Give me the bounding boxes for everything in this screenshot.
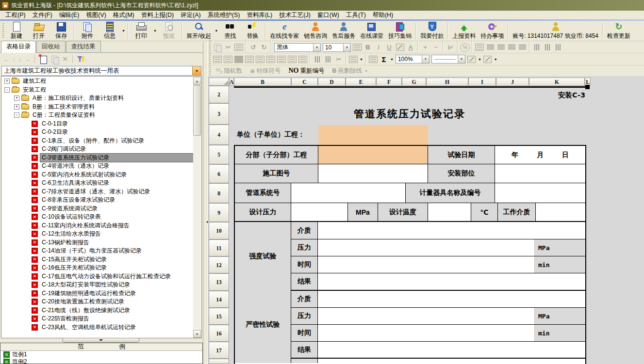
- bold-button[interactable]: B: [363, 43, 373, 52]
- drawing-no-input-cell[interactable]: [318, 164, 428, 183]
- online-expert-button[interactable]: e在线找专家: [267, 21, 301, 41]
- tree-item-doc[interactable]: ✕C-10设备试运转记录表: [2, 213, 194, 222]
- row-header[interactable]: 17: [209, 342, 229, 359]
- nav-right-icon[interactable]: →: [24, 56, 31, 63]
- sum-button[interactable]: Σ: [379, 55, 389, 64]
- expand-toggle-icon[interactable]: +: [14, 104, 19, 110]
- save-button[interactable]: 保存: [50, 21, 72, 41]
- line-style-select[interactable]: ▼: [431, 55, 465, 63]
- tree-item-doc[interactable]: ✕C-12生活给水水质报告: [2, 230, 194, 238]
- menu-file[interactable]: 文件(F): [29, 11, 56, 20]
- sum-arrow-icon[interactable]: ▼: [390, 58, 394, 61]
- tightness-pressure-unit-cell[interactable]: MPa: [534, 308, 585, 324]
- pay-button[interactable]: Y我要付款: [418, 21, 446, 41]
- tree-item-doc[interactable]: ✕C-22防雷检测报告: [2, 315, 194, 323]
- menu-view[interactable]: 视图(V): [83, 11, 110, 20]
- online-class-button[interactable]: 在线课堂: [358, 21, 386, 41]
- template-selector[interactable]: 上海市建筑工程竣工验收技术资料统一用表 ▼: [1, 66, 201, 76]
- combo-arrow-icon[interactable]: ▼: [458, 55, 465, 63]
- decrease-size-button[interactable]: −: [431, 43, 441, 52]
- cell-format-icon[interactable]: [368, 55, 378, 64]
- todo-button[interactable]: 待办事项: [478, 21, 506, 41]
- border-diagonal2-icon[interactable]: [483, 55, 493, 64]
- align-center-icon[interactable]: [496, 43, 506, 52]
- font-color-button[interactable]: A: [406, 43, 415, 52]
- menu-report[interactable]: 资料上报(D): [138, 11, 177, 20]
- zoom-select[interactable]: 100%▼: [396, 55, 429, 63]
- strength-result-label-cell[interactable]: 结果: [291, 273, 318, 290]
- tree-item-doc[interactable]: ✕C-21电缆（线）敷设绝缘测试记录: [2, 306, 194, 315]
- column-header-b[interactable]: B: [234, 78, 291, 86]
- unit-project-label[interactable]: 单位（子单位）工程：: [237, 125, 324, 144]
- fraction-button[interactable]: ⅛: [460, 43, 470, 52]
- row-header[interactable]: 13: [209, 273, 229, 291]
- scrollbar-thumb[interactable]: [193, 85, 201, 136]
- sales-consult-button[interactable]: 销售咨询: [301, 21, 330, 41]
- border-arrow2-icon[interactable]: ▼: [494, 58, 497, 61]
- tree-item-doc[interactable]: ✕C-23风机、空调机组单机试运转记录: [2, 323, 194, 332]
- tree-scrollbar[interactable]: ▲ ▼: [193, 77, 201, 338]
- tree-item-doc[interactable]: ✕C-18大型花灯安装牢固性试验记录: [2, 281, 194, 289]
- subsection-label-cell[interactable]: 分部（子分部）工程: [235, 146, 318, 164]
- spreadsheet[interactable]: A B C D E F G H I J K L 2 3 4 5 6 8 9 10…: [208, 77, 644, 364]
- nav-up-icon[interactable]: ↑: [12, 56, 16, 63]
- after-sales-button[interactable]: 售后服务: [330, 21, 358, 41]
- print-dropdown-arrow-icon[interactable]: ▼: [153, 29, 157, 32]
- tightness-group-cell[interactable]: 严密性试验: [235, 291, 291, 359]
- vertical-splitter[interactable]: [203, 42, 208, 364]
- menu-window[interactable]: 窗口(W): [314, 11, 343, 20]
- design-pressure-label-cell[interactable]: 设计压力: [235, 203, 291, 221]
- example-item[interactable]: ✕范例2: [0, 358, 202, 364]
- tightness-medium-input-cell[interactable]: [318, 291, 585, 307]
- tree-item-doc[interactable]: ✕C-5室内消火栓系统试射试验记录: [2, 171, 194, 179]
- design-temp-input-cell[interactable]: [428, 203, 471, 221]
- column-header-e[interactable]: E: [346, 78, 376, 86]
- row-header[interactable]: 11: [209, 239, 229, 256]
- upload-data-button[interactable]: 上报资料: [450, 21, 478, 41]
- tree-item-doc[interactable]: ✕C-4管道冲洗（通水）记录: [2, 162, 194, 171]
- scroll-down-button[interactable]: ▼: [193, 330, 201, 338]
- row-header[interactable]: 10: [209, 222, 229, 239]
- column-header-k[interactable]: K: [529, 78, 585, 86]
- select-table-arrow-icon[interactable]: ▼: [360, 58, 363, 61]
- strength-pressure-input-cell[interactable]: [318, 239, 534, 256]
- tree-item-folder[interactable]: +A册：施工组织设计、质量计划资料: [2, 94, 194, 103]
- font-size-select[interactable]: 10▼: [323, 43, 351, 52]
- tree-item-folder[interactable]: +建筑工程: [2, 77, 194, 86]
- form-code-cell[interactable]: 安装C-3: [524, 87, 585, 103]
- menu-assess[interactable]: 评定(A): [177, 11, 204, 20]
- strength-medium-label-cell[interactable]: 介质: [291, 222, 318, 239]
- instrument-input-cell[interactable]: [495, 183, 585, 203]
- row-header[interactable]: 16: [209, 325, 229, 342]
- row-spacing-increase-icon[interactable]: [313, 55, 322, 64]
- renumber-button[interactable]: NO重新编号: [288, 67, 324, 75]
- nav-down-icon[interactable]: ↓: [18, 56, 22, 63]
- align-distribute-icon[interactable]: [517, 43, 527, 52]
- tab-search-results[interactable]: 查找结果: [66, 41, 101, 52]
- strength-time-label-cell[interactable]: 时间: [291, 256, 318, 273]
- row-header[interactable]: 4: [209, 125, 229, 145]
- select-all-corner[interactable]: [209, 78, 229, 86]
- find-button[interactable]: 查找: [219, 21, 241, 41]
- work-medium-input-cell[interactable]: [536, 203, 585, 221]
- tree-item-doc[interactable]: ✕C-19建筑物照明通电试运行检查记录: [2, 289, 194, 298]
- combo-arrow-icon[interactable]: ▼: [422, 55, 429, 63]
- nav-left-icon[interactable]: ←: [3, 56, 9, 63]
- unit-project-input-cell[interactable]: [318, 125, 428, 145]
- tree-item-doc[interactable]: ✕C-16低压开关柜试验记录: [2, 264, 194, 272]
- tightness-time-input-cell[interactable]: [318, 325, 534, 341]
- pipe-system-no-input-cell[interactable]: [291, 183, 406, 203]
- tree-item-doc[interactable]: ✕C-13锅炉检测报告: [2, 238, 194, 247]
- strength-time-unit-cell[interactable]: min: [534, 256, 585, 273]
- menu-project[interactable]: 工程(P): [2, 11, 29, 20]
- row-header[interactable]: 6: [209, 164, 229, 183]
- tree-item-doc[interactable]: ✕C-11室内消火栓系统调试合格报告: [2, 222, 194, 230]
- column-header-d[interactable]: D: [318, 78, 346, 86]
- print-button[interactable]: 打印: [130, 21, 152, 41]
- tree-item-doc-selected[interactable]: ✕C-3管道系统压力试验记录: [2, 154, 194, 162]
- replace-button[interactable]: 替换: [241, 21, 264, 41]
- info-dropdown-arrow-icon[interactable]: ▼: [122, 29, 125, 32]
- tree-item-doc[interactable]: ✕C-6卫生洁具满水试验记录: [2, 179, 194, 188]
- strength-pressure-label-cell[interactable]: 压力: [291, 239, 318, 256]
- vertical-text-icon[interactable]: [532, 43, 542, 52]
